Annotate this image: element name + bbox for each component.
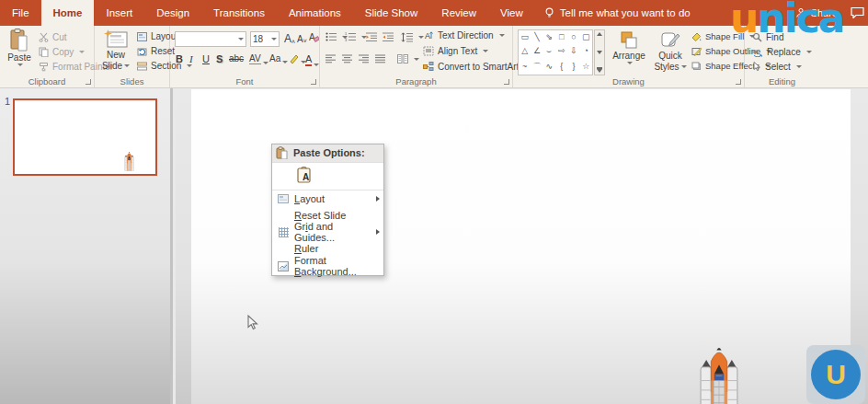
comments-icon[interactable]	[851, 6, 864, 20]
decrease-indent-button[interactable]	[366, 32, 377, 41]
highlight-color-button[interactable]	[289, 53, 306, 63]
tab-file[interactable]: File	[0, 0, 41, 26]
replace-button[interactable]: ab Replace	[752, 47, 812, 57]
reset-button[interactable]: Reset	[137, 46, 175, 56]
tab-design[interactable]: Design	[144, 0, 201, 26]
slide-rocket-image[interactable]	[695, 343, 743, 404]
strikethrough-button[interactable]: abc	[229, 53, 244, 63]
menu-item-grid-and-guides[interactable]: Grid and Guides...	[272, 224, 383, 240]
shape-item[interactable]: ⌒	[531, 58, 542, 75]
shape-item[interactable]: ╲	[531, 30, 542, 44]
clipboard-dialog-launcher[interactable]	[86, 79, 91, 85]
align-text-button[interactable]: Align Text	[423, 46, 488, 56]
clipboard-group-title: Clipboard	[0, 76, 94, 87]
shape-item[interactable]: ☆	[580, 58, 592, 75]
select-button[interactable]: Select	[752, 62, 802, 72]
numbering-button[interactable]: 123	[345, 32, 367, 41]
justify-icon	[375, 54, 385, 63]
text-direction-button[interactable]: A Text Direction	[423, 30, 505, 40]
quick-styles-button[interactable]: Quick Styles	[651, 30, 690, 72]
slide-thumbnail-panel[interactable]: 1	[0, 88, 173, 404]
underline-button[interactable]: U	[202, 53, 210, 64]
copy-icon	[39, 47, 49, 57]
tab-insert[interactable]: Insert	[94, 0, 144, 26]
shapes-gallery[interactable]: ▭ ╲ ⇘ □ ○ ▢ △ ∠ ⌣ ⇨ ⇩ ◔ ~ ⌒ ∿ { } ☆	[518, 29, 593, 75]
tab-home[interactable]: Home	[41, 0, 95, 26]
font-name-combo[interactable]	[175, 31, 246, 47]
shape-item[interactable]: ▭	[519, 30, 531, 44]
shape-item[interactable]: ⇨	[555, 44, 567, 59]
align-right-button[interactable]	[359, 54, 369, 63]
shape-item[interactable]: ▢	[580, 30, 592, 44]
justify-button[interactable]	[375, 54, 385, 63]
gallery-scroll-down-icon[interactable]	[597, 51, 602, 54]
paragraph-dialog-launcher[interactable]	[504, 79, 509, 85]
clear-formatting-button[interactable]: A	[309, 32, 319, 43]
increase-indent-button[interactable]	[383, 32, 394, 41]
gallery-more-icon[interactable]	[597, 69, 602, 73]
slide-thumbnail-1[interactable]	[13, 98, 157, 176]
shape-item[interactable]: ∿	[543, 58, 555, 75]
shape-item[interactable]: △	[519, 44, 531, 59]
shrink-font-button[interactable]: A˅	[297, 34, 307, 44]
tell-me-label: Tell me what you want to do	[560, 7, 691, 18]
align-center-button[interactable]	[342, 54, 352, 63]
shape-item[interactable]: {	[555, 58, 567, 75]
svg-text:A: A	[425, 31, 430, 40]
format-painter-icon	[39, 62, 49, 72]
group-clipboard: Paste Cut Copy Format Painter Clipboard	[0, 26, 95, 87]
tab-transitions[interactable]: Transitions	[201, 0, 277, 26]
editing-canvas[interactable]: Paste Options: A Layout	[176, 88, 868, 404]
shape-item[interactable]: ⇩	[567, 44, 579, 59]
layout-icon	[137, 32, 147, 41]
shape-item[interactable]: ⇘	[543, 30, 555, 44]
columns-button[interactable]	[397, 54, 419, 63]
shape-item[interactable]: ~	[519, 58, 531, 75]
new-slide-button[interactable]: New Slide	[98, 29, 133, 71]
tab-slide-show[interactable]: Slide Show	[353, 0, 430, 26]
cut-button[interactable]: Cut	[39, 32, 67, 42]
increase-indent-icon	[383, 32, 394, 41]
group-paragraph: 123	[320, 26, 513, 87]
italic-button[interactable]: I	[189, 53, 193, 64]
tab-view[interactable]: View	[488, 0, 535, 26]
character-spacing-button[interactable]: AV	[249, 53, 268, 64]
mouse-cursor	[246, 315, 258, 335]
line-spacing-button[interactable]	[401, 32, 424, 42]
text-shadow-button[interactable]: S	[216, 53, 223, 64]
paste-keep-text-icon: A	[296, 166, 313, 184]
paste-button[interactable]: Paste	[4, 29, 35, 66]
grid-menu-icon	[272, 227, 294, 237]
change-case-button[interactable]: Aa	[269, 53, 288, 63]
shape-item[interactable]: ⌣	[543, 44, 555, 59]
align-left-button[interactable]	[326, 54, 336, 63]
drawing-dialog-launcher[interactable]	[736, 79, 741, 85]
arrange-button[interactable]: Arrange	[609, 30, 649, 64]
font-color-button[interactable]: A	[305, 53, 319, 66]
format-background-menu-icon	[272, 261, 294, 271]
smartart-icon	[423, 62, 434, 72]
submenu-arrow-icon	[376, 229, 380, 235]
shape-item[interactable]: ∠	[531, 44, 542, 59]
arrange-icon	[619, 30, 639, 51]
shape-item[interactable]: ○	[567, 30, 579, 44]
shapes-gallery-scrollbar[interactable]	[594, 29, 605, 75]
text-direction-icon: A	[423, 30, 434, 40]
bold-button[interactable]: B	[176, 53, 183, 64]
tab-animations[interactable]: Animations	[277, 0, 353, 26]
grow-font-button[interactable]: A˄	[284, 32, 295, 45]
tab-review[interactable]: Review	[429, 0, 488, 26]
font-size-combo[interactable]: 18	[250, 31, 280, 47]
paste-icon	[9, 29, 29, 52]
group-font: 18 A˄ A˅ A B I U S abc AV Aa A Font	[170, 26, 320, 87]
paste-option-keep-text[interactable]: A	[272, 163, 383, 190]
shape-item[interactable]: ◔	[580, 44, 592, 59]
font-dialog-launcher[interactable]	[311, 79, 316, 85]
menu-item-format-background[interactable]: Format Background...	[272, 257, 383, 275]
shape-item[interactable]: }	[567, 58, 579, 75]
menu-item-layout[interactable]: Layout	[272, 190, 383, 207]
tell-me-box[interactable]: Tell me what you want to do	[535, 0, 691, 26]
gallery-scroll-up-icon[interactable]	[597, 32, 602, 36]
copy-button[interactable]: Copy	[39, 47, 85, 57]
shape-item[interactable]: □	[555, 30, 567, 44]
